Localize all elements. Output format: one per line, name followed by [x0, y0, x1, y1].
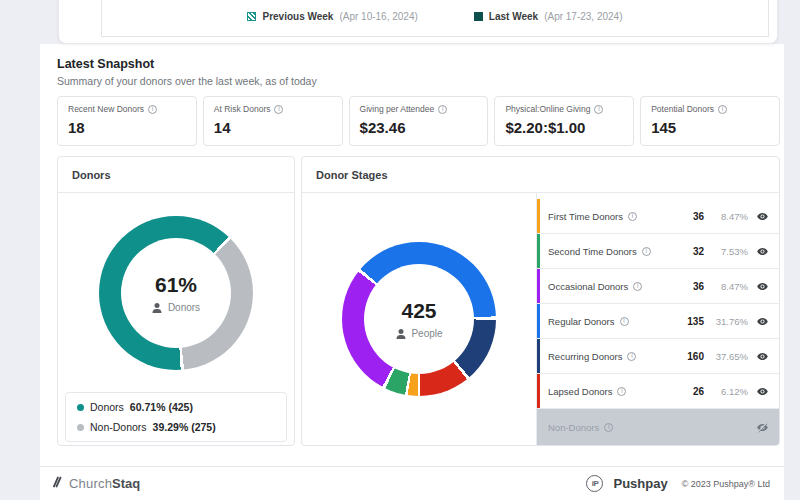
legend-row-non-donors: Non-Donors 39.29% (275)	[77, 421, 275, 433]
donut-center-label: Donors	[168, 302, 200, 313]
stat-card-physical-online-giving: Physical:Online Giving $2.20:$1.00	[494, 96, 634, 146]
eye-icon[interactable]	[756, 210, 769, 223]
legend-value: 39.29% (275)	[153, 421, 216, 433]
donut-center: 425 People	[342, 242, 496, 396]
pushpay-branding: iP Pushpay © 2023 Pushpay® Ltd	[586, 475, 770, 492]
charts-row: Donors 61% Donors Donors 60.7	[40, 156, 784, 446]
donors-percent-value: 61%	[155, 273, 197, 297]
stage-count: 32	[693, 246, 704, 257]
stage-count: 26	[693, 386, 704, 397]
donor-stages-body: 425 People First Time Donors 36	[302, 193, 779, 445]
donors-panel: Donors 61% Donors Donors 60.7	[57, 156, 295, 446]
stat-value: 14	[214, 119, 332, 136]
footer: ChurchStaq iP Pushpay © 2023 Pushpay® Lt…	[40, 466, 784, 500]
stat-card-potential-donors: Potential Donors 145	[640, 96, 780, 146]
legend-label: Donors	[90, 401, 124, 413]
stat-card-at-risk-donors: At Risk Donors 14	[203, 96, 343, 146]
stage-percent: 31.76%	[710, 316, 748, 327]
non-donors-dot-icon	[77, 424, 84, 431]
legend-label: Last Week	[489, 11, 538, 22]
pushpay-name: Pushpay	[613, 476, 667, 491]
stage-label: Occasional Donors	[548, 281, 628, 292]
churchstaq-slashes-icon	[50, 475, 64, 492]
stage-row-recurring-donors: Recurring Donors 160 37.65%	[537, 339, 779, 374]
stage-accent-bar	[537, 234, 540, 268]
brand-church-text: Church	[69, 476, 112, 491]
stage-accent-bar	[537, 374, 540, 408]
info-icon[interactable]	[628, 212, 637, 221]
stage-percent: 6.12%	[710, 386, 748, 397]
stage-label: Regular Donors	[548, 316, 615, 327]
info-icon[interactable]	[620, 317, 629, 326]
stage-label: First Time Donors	[548, 211, 623, 222]
info-icon[interactable]	[627, 352, 636, 361]
stat-value: $2.20:$1.00	[505, 119, 623, 136]
churchstaq-logo: ChurchStaq	[50, 475, 140, 492]
eye-icon[interactable]	[756, 385, 769, 398]
info-icon[interactable]	[604, 423, 613, 432]
legend-last-week[interactable]: Last Week (Apr 17-23, 2024)	[474, 11, 623, 22]
section-title: Latest Snapshot	[57, 57, 780, 71]
legend-previous-week[interactable]: Previous Week (Apr 10-16, 2024)	[247, 11, 417, 22]
donors-panel-title: Donors	[58, 157, 294, 193]
info-icon[interactable]	[148, 105, 157, 114]
donor-stages-panel-title: Donor Stages	[302, 157, 779, 193]
stage-label: Non-Donors	[548, 422, 599, 433]
stage-row-lapsed-donors: Lapsed Donors 26 6.12%	[537, 374, 779, 409]
weekly-chart-plot-area: Previous Week (Apr 10-16, 2024) Last Wee…	[101, 0, 769, 37]
stage-row-occasional-donors: Occasional Donors 36 8.47%	[537, 269, 779, 304]
pushpay-logo-icon: iP	[586, 475, 603, 492]
stage-accent-bar	[537, 199, 540, 233]
eye-icon[interactable]	[756, 280, 769, 293]
stage-percent: 37.65%	[710, 351, 748, 362]
info-icon[interactable]	[718, 105, 727, 114]
donors-panel-body: 61% Donors Donors 60.71% (425)	[58, 193, 294, 445]
people-total-value: 425	[401, 299, 436, 323]
person-icon	[152, 303, 163, 313]
stat-label: Potential Donors	[651, 104, 714, 114]
stage-row-second-time-donors: Second Time Donors 32 7.53%	[537, 234, 779, 269]
stage-count: 36	[693, 281, 704, 292]
snapshot-cards-row: Recent New Donors 18 At Risk Donors 14 G…	[57, 96, 780, 146]
top-chart-strip: Previous Week (Apr 10-16, 2024) Last Wee…	[40, 0, 784, 44]
stages-donut-chart: 425 People	[342, 242, 496, 396]
info-icon[interactable]	[633, 282, 642, 291]
stage-label: Recurring Donors	[548, 351, 622, 362]
stat-value: 18	[68, 119, 186, 136]
stage-accent-bar	[537, 269, 540, 303]
info-icon[interactable]	[438, 105, 447, 114]
eye-icon[interactable]	[756, 245, 769, 258]
info-icon[interactable]	[274, 105, 283, 114]
stat-label: Recent New Donors	[68, 104, 144, 114]
donors-donut-chart: 61% Donors	[99, 216, 253, 370]
stage-count: 36	[693, 211, 704, 222]
stages-chart-area: 425 People	[302, 193, 536, 445]
previous-week-swatch-icon	[247, 12, 256, 21]
stat-card-giving-per-attendee: Giving per Attendee $23.46	[349, 96, 489, 146]
eye-icon[interactable]	[756, 315, 769, 328]
section-subtitle: Summary of your donors over the last wee…	[57, 75, 780, 87]
weekly-chart-card: Previous Week (Apr 10-16, 2024) Last Wee…	[58, 0, 778, 44]
donors-legend-box: Donors 60.71% (425) Non-Donors 39.29% (2…	[65, 392, 287, 442]
stage-label: Lapsed Donors	[548, 386, 612, 397]
stage-label: Second Time Donors	[548, 246, 637, 257]
stages-list: First Time Donors 36 8.47% Second Time D…	[536, 193, 779, 445]
eye-icon[interactable]	[756, 350, 769, 363]
person-icon	[395, 329, 406, 339]
legend-value: 60.71% (425)	[130, 401, 193, 413]
latest-snapshot-section: Latest Snapshot Summary of your donors o…	[40, 44, 784, 146]
donor-stages-panel: Donor Stages 425 People	[301, 156, 780, 446]
legend-dates: (Apr 17-23, 2024)	[544, 11, 622, 22]
last-week-swatch-icon	[474, 12, 483, 21]
stage-count: 160	[687, 351, 704, 362]
dashboard-content: Previous Week (Apr 10-16, 2024) Last Wee…	[40, 0, 784, 500]
stage-percent: 8.47%	[710, 281, 748, 292]
brand-staq-text: Staq	[112, 476, 140, 491]
legend-dates: (Apr 10-16, 2024)	[339, 11, 417, 22]
info-icon[interactable]	[642, 247, 651, 256]
info-icon[interactable]	[617, 387, 626, 396]
info-icon[interactable]	[594, 105, 603, 114]
eye-off-icon[interactable]	[756, 421, 769, 434]
donut-center-label: People	[411, 328, 442, 339]
legend-row-donors: Donors 60.71% (425)	[77, 401, 275, 413]
